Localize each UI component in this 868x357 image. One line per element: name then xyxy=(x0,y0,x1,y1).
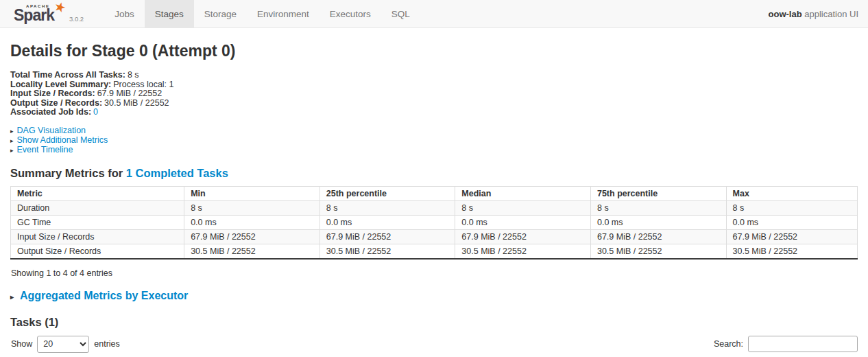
event-timeline-toggle[interactable]: ▸Event Timeline xyxy=(10,146,858,155)
tasks-heading: Tasks (1) xyxy=(10,316,858,329)
application-id: oow-lab application UI xyxy=(769,0,859,27)
summary-col-min[interactable]: Min xyxy=(184,186,320,200)
application-name: oow-lab xyxy=(769,9,802,19)
summary-metrics-heading: Summary Metrics for 1 Completed Tasks xyxy=(10,167,858,180)
stat-locality-summary: Locality Level Summary:Process local: 1 xyxy=(10,80,858,90)
table-row: Duration8 s8 s8 s8 s8 s xyxy=(11,200,858,215)
spark-brand-label: Spark xyxy=(14,6,54,25)
expand-arrow-icon: ▸ xyxy=(10,127,14,136)
completed-tasks-link[interactable]: 1 Completed Tasks xyxy=(126,167,228,179)
tab-executors[interactable]: Executors xyxy=(320,0,381,27)
expand-arrow-icon: ▸ xyxy=(10,137,14,146)
search-control: Search: xyxy=(714,336,858,352)
show-additional-metrics-toggle[interactable]: ▸Show Additional Metrics xyxy=(10,136,858,146)
table-row: Output Size / Records30.5 MiB / 2255230.… xyxy=(11,244,858,259)
page-size-select[interactable]: 20 xyxy=(37,336,89,353)
job-id-link[interactable]: 0 xyxy=(93,107,98,117)
table-row: GC Time0.0 ms0.0 ms0.0 ms0.0 ms0.0 ms xyxy=(11,215,858,229)
stat-total-time: Total Time Across All Tasks:8 s xyxy=(10,71,858,80)
stage-stats-list: Total Time Across All Tasks:8 s Locality… xyxy=(10,71,858,117)
summary-metrics-table: Metric Min 25th percentile Median 75th p… xyxy=(10,186,858,260)
tab-sql[interactable]: SQL xyxy=(381,0,420,27)
stat-output-size: Output Size / Records:30.5 MiB / 22552 xyxy=(10,99,858,108)
aggregated-metrics-toggle[interactable]: ▸ Aggregated Metrics by Executor xyxy=(10,290,858,302)
expand-arrow-icon: ▸ xyxy=(10,293,14,301)
nav-tabs: Jobs Stages Storage Environment Executor… xyxy=(104,0,420,27)
toggle-links: ▸DAG Visualization ▸Show Additional Metr… xyxy=(10,126,858,156)
page-size-control: Show 20 entries xyxy=(11,336,120,353)
summary-col-75th[interactable]: 75th percentile xyxy=(590,186,726,200)
tab-stages[interactable]: Stages xyxy=(145,0,194,27)
search-input[interactable] xyxy=(748,336,858,352)
summary-header-row: Metric Min 25th percentile Median 75th p… xyxy=(11,186,858,200)
summary-col-max[interactable]: Max xyxy=(726,186,857,200)
stat-input-size: Input Size / Records:67.9 MiB / 22552 xyxy=(10,89,858,99)
spark-star-icon: ★ xyxy=(52,0,68,16)
summary-col-median[interactable]: Median xyxy=(455,186,591,200)
tab-environment[interactable]: Environment xyxy=(247,0,320,27)
stat-associated-job-ids: Associated Job Ids:0 xyxy=(10,108,858,117)
tab-jobs[interactable]: Jobs xyxy=(104,0,145,27)
top-navbar: APACHE Spark ★ 3.0.2 Jobs Stages Storage… xyxy=(0,0,868,28)
expand-arrow-icon: ▸ xyxy=(10,146,14,155)
spark-logo[interactable]: APACHE Spark ★ xyxy=(14,2,64,25)
summary-col-metric[interactable]: Metric xyxy=(11,186,184,200)
page-title: Details for Stage 0 (Attempt 0) xyxy=(10,42,858,60)
summary-table-footer: Showing 1 to 4 of 4 entries xyxy=(11,268,858,278)
application-ui-suffix: application UI xyxy=(802,9,858,19)
spark-version: 3.0.2 xyxy=(69,15,84,25)
table-row: Input Size / Records67.9 MiB / 2255267.9… xyxy=(11,229,858,244)
search-label: Search: xyxy=(714,339,743,349)
summary-col-25th[interactable]: 25th percentile xyxy=(320,186,455,200)
tab-storage[interactable]: Storage xyxy=(194,0,247,27)
dag-visualization-toggle[interactable]: ▸DAG Visualization xyxy=(10,126,858,136)
